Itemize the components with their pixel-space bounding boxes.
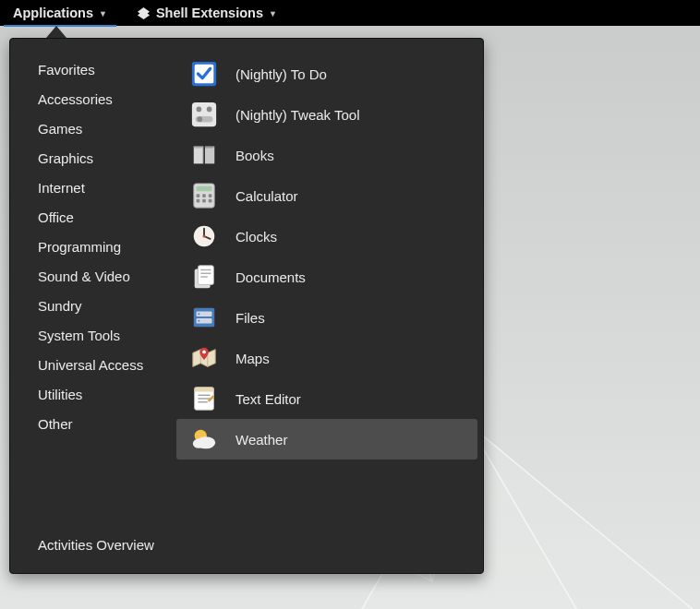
svg-rect-34 — [198, 266, 213, 285]
category-list: Favorites Accessories Games Graphics Int… — [16, 50, 176, 522]
category-sundry[interactable]: Sundry — [16, 292, 176, 321]
category-system-tools[interactable]: System Tools — [16, 321, 176, 351]
svg-point-16 — [207, 107, 212, 113]
documents-icon — [189, 262, 219, 292]
books-icon — [189, 140, 219, 170]
app-label: (Nightly) Tweak Tool — [235, 107, 360, 123]
puzzle-icon — [137, 6, 151, 20]
category-programming[interactable]: Programming — [16, 233, 176, 262]
svg-rect-26 — [202, 199, 206, 203]
app-nightly-todo[interactable]: (Nightly) To Do — [176, 54, 477, 94]
popup-arrow — [46, 26, 66, 38]
svg-point-15 — [197, 107, 202, 113]
menu-body: Favorites Accessories Games Graphics Int… — [10, 39, 483, 522]
chevron-down-icon: ▼ — [269, 9, 277, 18]
shell-extensions-label: Shell Extensions — [156, 6, 263, 20]
clocks-icon — [189, 221, 219, 251]
chevron-down-icon: ▼ — [99, 9, 107, 18]
files-icon — [189, 303, 219, 332]
applications-menu-button[interactable]: Applications ▼ — [4, 0, 116, 26]
calculator-icon — [189, 181, 219, 210]
svg-rect-25 — [197, 199, 200, 203]
todo-icon — [189, 59, 219, 89]
app-label: Weather — [235, 432, 287, 448]
svg-point-42 — [198, 320, 199, 322]
text-editor-icon — [189, 384, 219, 413]
app-label: Calculator — [235, 188, 298, 204]
app-label: Text Editor — [235, 391, 301, 407]
app-weather[interactable]: Weather — [176, 419, 477, 460]
app-clocks[interactable]: Clocks — [176, 216, 477, 257]
category-internet[interactable]: Internet — [16, 173, 176, 203]
category-utilities[interactable]: Utilities — [16, 380, 176, 410]
svg-rect-23 — [202, 194, 206, 197]
category-office[interactable]: Office — [16, 203, 176, 233]
svg-rect-27 — [209, 199, 212, 203]
tweak-tool-icon — [189, 100, 219, 129]
svg-point-43 — [202, 351, 206, 354]
app-calculator[interactable]: Calculator — [176, 175, 477, 216]
app-label: (Nightly) To Do — [235, 66, 327, 82]
maps-icon — [189, 343, 219, 373]
category-games[interactable]: Games — [16, 114, 176, 144]
svg-point-51 — [193, 439, 205, 448]
svg-rect-45 — [195, 388, 214, 392]
category-favorites[interactable]: Favorites — [16, 55, 176, 85]
app-books[interactable]: Books — [176, 135, 477, 175]
app-text-editor[interactable]: Text Editor — [176, 378, 477, 419]
app-documents[interactable]: Documents — [176, 257, 477, 297]
activities-overview-item[interactable]: Activities Overview — [38, 537, 455, 553]
svg-rect-14 — [192, 102, 216, 126]
svg-rect-24 — [209, 194, 212, 197]
category-sound-video[interactable]: Sound & Video — [16, 262, 176, 292]
category-universal-access[interactable]: Universal Access — [16, 351, 176, 380]
app-label: Books — [235, 148, 274, 163]
app-label: Clocks — [235, 229, 277, 245]
category-accessories[interactable]: Accessories — [16, 85, 176, 114]
menu-footer: Activities Overview — [10, 522, 483, 573]
application-list: (Nightly) To Do (Nightly) Tweak Tool — [176, 50, 477, 522]
app-nightly-tweak-tool[interactable]: (Nightly) Tweak Tool — [176, 94, 477, 135]
applications-menu-popup: Favorites Accessories Games Graphics Int… — [9, 38, 484, 574]
app-files[interactable]: Files — [176, 297, 477, 338]
category-other[interactable]: Other — [16, 410, 176, 439]
svg-rect-38 — [194, 308, 215, 328]
top-bar: Applications ▼ Shell Extensions ▼ — [0, 0, 700, 26]
app-label: Files — [235, 310, 265, 326]
app-label: Maps — [235, 351, 270, 366]
weather-icon — [189, 424, 219, 454]
app-label: Documents — [235, 269, 306, 285]
svg-rect-22 — [197, 194, 200, 197]
category-graphics[interactable]: Graphics — [16, 144, 176, 173]
svg-point-18 — [198, 116, 203, 122]
applications-label: Applications — [13, 6, 93, 20]
svg-rect-21 — [197, 186, 212, 192]
svg-point-32 — [202, 234, 205, 237]
shell-extensions-menu-button[interactable]: Shell Extensions ▼ — [127, 0, 286, 26]
svg-point-41 — [198, 313, 199, 315]
app-maps[interactable]: Maps — [176, 338, 477, 378]
